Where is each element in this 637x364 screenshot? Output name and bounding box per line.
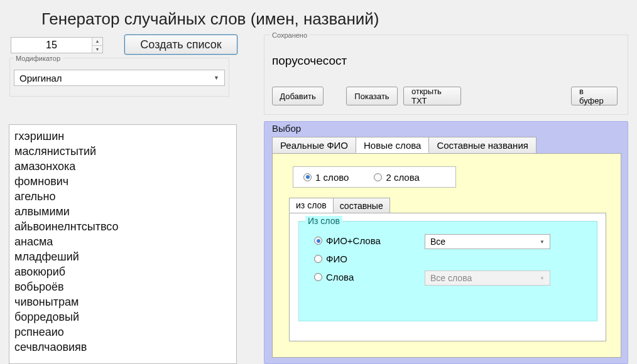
spinner-down-icon[interactable]: ▼ <box>92 46 102 53</box>
selection-tabs: Реальные ФИОНовые словаСоставные названи… <box>272 137 621 153</box>
radio-2-words[interactable]: 2 слова <box>374 172 419 183</box>
from-words-radio-0[interactable]: ФИО+Слова <box>314 235 381 246</box>
open-txt-button[interactable]: открыть TXT <box>403 87 461 105</box>
from-words-fieldset: Из слов ФИО+СловаФИОСлова Все ▼ Все слов… <box>298 221 597 321</box>
list-item[interactable]: вобьроёв <box>14 279 231 294</box>
modifier-fieldset: Модификатор Оригинал ▼ <box>9 58 229 97</box>
add-button[interactable]: Добавить <box>272 87 324 105</box>
list-item[interactable]: фомнович <box>14 174 231 189</box>
selection-panel: Выбор Реальные ФИОНовые словаСоставные н… <box>264 121 628 364</box>
category-select-1-value: Все <box>430 237 445 247</box>
chevron-down-icon: ▼ <box>214 75 219 81</box>
wordcount-group: 1 слово 2 слова <box>293 166 456 188</box>
list-item[interactable]: гхэришин <box>14 129 231 144</box>
to-buffer-button[interactable]: в буфер <box>571 87 618 105</box>
modifier-value: Оригинал <box>19 73 62 83</box>
list-item[interactable]: амазонхока <box>14 159 231 174</box>
tab-1[interactable]: Новые слова <box>356 137 429 153</box>
radio-icon <box>374 173 382 181</box>
from-words-radios: ФИО+СловаФИОСлова <box>314 235 381 282</box>
list-item[interactable]: борредовый <box>14 309 231 324</box>
list-item[interactable]: младфеший <box>14 249 231 264</box>
list-item[interactable]: алвымими <box>14 204 231 219</box>
page-title: Генератор случайных слов (имен, названий… <box>41 9 379 29</box>
radio-label: ФИО <box>326 254 347 264</box>
list-item[interactable]: анасма <box>14 234 231 249</box>
inner-tab-0[interactable]: из слов <box>289 198 334 213</box>
saved-legend: Сохранено <box>270 31 309 39</box>
list-item[interactable]: чивонытрам <box>14 294 231 309</box>
selection-legend: Выбор <box>272 123 301 134</box>
count-value: 15 <box>11 38 92 53</box>
radio-label: Слова <box>326 272 354 282</box>
radio-1-word[interactable]: 1 слово <box>303 172 349 183</box>
count-input[interactable]: 15 ▲ ▼ <box>11 37 103 53</box>
inner-tab-1[interactable]: составные <box>333 198 390 213</box>
list-item[interactable]: агельно <box>14 189 231 204</box>
chevron-down-icon: ▼ <box>540 239 545 245</box>
list-item[interactable]: авокюриб <box>14 264 231 279</box>
list-item[interactable]: маслянистытий <box>14 144 231 159</box>
generated-words-list[interactable]: гхэришинмаслянистытийамазонхокафомновича… <box>9 124 237 364</box>
tab-new-words-body: 1 слово 2 слова из словсоставные Из слов… <box>272 153 621 358</box>
tab-2[interactable]: Составные названия <box>428 137 536 153</box>
chevron-down-icon: ▼ <box>540 276 545 281</box>
saved-fieldset: Сохранено порусочесост Добавить Показать… <box>264 35 628 115</box>
count-spinner[interactable]: ▲ ▼ <box>92 38 102 53</box>
category-select-2: Все слова ▼ <box>425 270 550 286</box>
from-words-radio-1[interactable]: ФИО <box>314 254 381 264</box>
radio-label: 2 слова <box>386 172 419 183</box>
list-item[interactable]: айьвоинелнтсытвсо <box>14 219 231 234</box>
inner-tab-body: Из слов ФИО+СловаФИОСлова Все ▼ Все слов… <box>289 213 606 341</box>
category-select-2-value: Все слова <box>430 273 472 283</box>
radio-icon <box>314 255 322 263</box>
spinner-up-icon[interactable]: ▲ <box>92 38 102 46</box>
radio-icon <box>314 273 322 281</box>
radio-label: ФИО+Слова <box>326 235 381 246</box>
category-select-1[interactable]: Все ▼ <box>425 234 550 249</box>
create-list-button[interactable]: Создать список <box>124 35 237 55</box>
list-item[interactable]: рспнеаио <box>14 324 231 340</box>
modifier-select[interactable]: Оригинал ▼ <box>14 70 225 86</box>
tab-0[interactable]: Реальные ФИО <box>272 137 356 153</box>
from-words-radio-2[interactable]: Слова <box>314 272 381 282</box>
inner-tabs: из словсоставные <box>289 198 606 213</box>
saved-word: порусочесост <box>272 54 347 68</box>
radio-label: 1 слово <box>315 172 349 183</box>
show-button[interactable]: Показать <box>346 87 398 105</box>
from-words-legend: Из слов <box>305 216 342 226</box>
radio-icon <box>314 237 322 245</box>
list-item[interactable]: сечвлчаовияв <box>14 340 231 355</box>
radio-icon <box>303 173 312 181</box>
modifier-legend: Модификатор <box>14 55 62 62</box>
